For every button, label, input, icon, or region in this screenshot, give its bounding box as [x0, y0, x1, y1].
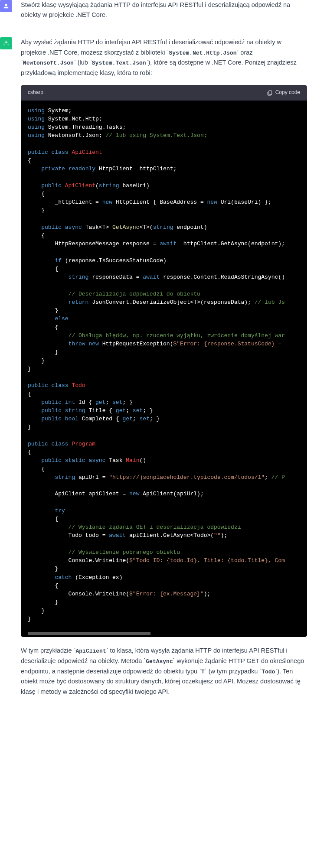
- inline-code: GetAsync: [146, 658, 173, 665]
- svg-rect-0: [268, 91, 271, 94]
- intro-text-2: oraz: [239, 49, 252, 56]
- copy-code-label: Copy code: [275, 88, 300, 97]
- horizontal-scrollbar[interactable]: [21, 631, 307, 637]
- outro-text-4: (w tym przypadku: [207, 668, 260, 675]
- outro-text-1: W tym przykładzie: [21, 647, 74, 654]
- scrollbar-thumb[interactable]: [28, 632, 150, 635]
- assistant-avatar: [0, 37, 12, 49]
- user-content: Stwórz klasę wysyłającą żądania HTTP do …: [21, 0, 307, 27]
- copy-code-button[interactable]: Copy code: [267, 88, 300, 97]
- inline-code: System.Net.Http.Json: [169, 50, 236, 56]
- assistant-message: Aby wysłać żądania HTTP do interfejsu AP…: [0, 37, 314, 714]
- inline-code: Newtonsoft.Json: [23, 60, 74, 66]
- assistant-content: Aby wysłać żądania HTTP do interfejsu AP…: [21, 37, 307, 703]
- sparkle-icon: [3, 40, 10, 47]
- code-language-label: csharp: [28, 88, 43, 97]
- code-header: csharp Copy code: [21, 85, 307, 100]
- clipboard-icon: [267, 90, 273, 96]
- code-block: csharp Copy code using System; using Sys…: [21, 85, 307, 637]
- inline-code: ApiClient: [76, 648, 106, 654]
- outro-paragraph: W tym przykładzie `ApiClient` to klasa, …: [21, 646, 307, 697]
- inline-code: T: [201, 669, 205, 675]
- user-message: Stwórz klasę wysyłającą żądania HTTP do …: [0, 0, 314, 37]
- code-content[interactable]: using System; using System.Net.Http; usi…: [21, 101, 307, 631]
- user-avatar: [0, 0, 12, 12]
- user-text: Stwórz klasę wysyłającą żądania HTTP do …: [21, 0, 307, 20]
- inline-code: Todo: [262, 669, 275, 675]
- intro-text-3: (lub: [76, 59, 90, 66]
- person-icon: [3, 3, 10, 10]
- inline-code: System.Text.Json: [92, 60, 146, 66]
- intro-paragraph: Aby wysłać żądania HTTP do interfejsu AP…: [21, 37, 307, 78]
